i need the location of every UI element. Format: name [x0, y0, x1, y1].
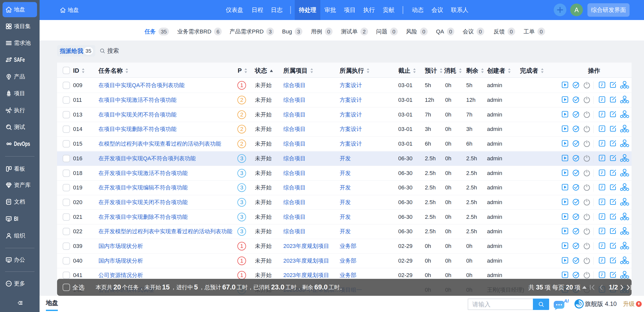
- svg-text:AI: AI: [564, 298, 569, 304]
